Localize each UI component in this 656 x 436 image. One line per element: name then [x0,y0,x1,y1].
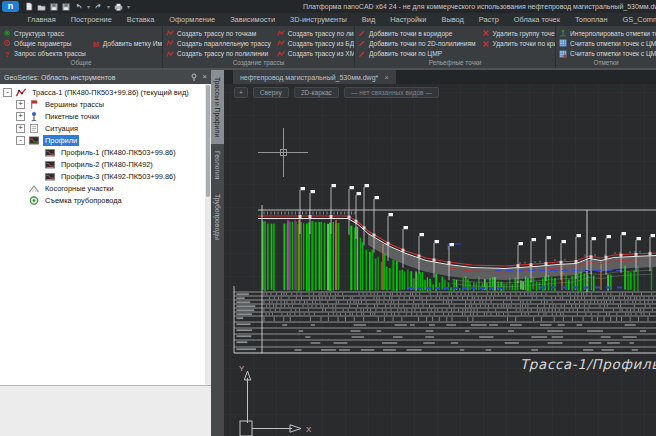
ribbon-tab-oblaka[interactable]: Облака точек [506,13,567,26]
ribbon-tab-bar: Главная Построение Вставка Оформление За… [0,13,656,26]
tree-node-slope-sections[interactable]: Косогорные участки [0,182,211,194]
save-all-icon[interactable] [62,3,70,11]
ribbon: Структура трасс Общие параметры Запрос о… [0,26,656,70]
tree-node-picket-points[interactable]: + Пикетные точки [0,110,211,122]
ribbon-tab-gs-common[interactable]: GS_Common [615,13,656,26]
gear-icon [3,39,11,47]
ribbon-tab-3d[interactable]: 3D-инструменты [283,13,355,26]
print-icon[interactable] [114,3,123,11]
undo-dropdown-icon[interactable]: ▾ [87,4,90,10]
vertices-icon [28,99,40,110]
add-viewport-button[interactable]: + [234,87,248,98]
ribbon-tab-postroenie[interactable]: Построение [63,13,119,26]
route-object-query-button[interactable]: Запрос объекта трассы [3,49,86,59]
save-icon[interactable] [50,3,58,11]
ribbon-tab-topoplan[interactable]: Топоплан [567,13,615,26]
dem-grid-icon [559,39,567,47]
side-tab-routes-profiles[interactable]: Трассы и Профили [211,70,224,144]
ribbon-group-route-creation: Создать трассу по точкам Создать паралле… [163,26,355,68]
tree-node-profile-1[interactable]: Профиль-1 (ПК480-ПК503+99.86) [0,146,211,158]
dem-grid-auto-icon [559,50,567,58]
tree-scrollbar[interactable] [205,84,211,385]
ribbon-group-label-route-creation: Создание трассы [163,59,354,68]
redo-dropdown-icon[interactable]: ▾ [107,4,110,10]
expand-icon[interactable]: + [16,100,25,109]
read-elevations-from-dem-auto-button[interactable]: Считать отметки точек с ЦМР авто [559,49,656,59]
nanocad-logo-icon: n [2,1,19,12]
route-tree: - Трасса-1 (ПК480-ПК503+99.86) (текущий … [0,84,211,385]
ribbon-tab-rastr[interactable]: Растр [471,13,506,26]
create-route-by-profile-line-button[interactable]: Создать трассу по линии профиля [277,28,355,38]
pin-icon[interactable] [190,73,198,81]
ribbon-group-relief-points: Добавить точки в коридоре Добавить точки… [355,26,556,68]
route-icon [15,87,27,98]
tree-node-profile-2[interactable]: Профиль-2 (ПК480-ПК492) [0,158,211,170]
side-tab-geology[interactable]: Геология [211,144,224,186]
ribbon-tab-vid[interactable]: Вид [354,13,382,26]
pencil-icon [358,29,366,37]
ribbon-tab-zavisimosti[interactable]: Зависимости [223,13,283,26]
collapse-icon[interactable]: - [16,136,25,145]
create-route-by-points-button[interactable]: Создать трассу по точкам [166,28,271,38]
label-m-icon [92,40,100,48]
quick-access-toolbar: ▾ ▾ ▾ [25,2,130,11]
add-route-name-label-button[interactable]: Добавить метку Имя трассы [92,38,163,49]
ribbon-group-elevations: Интерполировать отметки точек Считать от… [556,26,656,68]
new-file-icon[interactable] [25,2,33,11]
qat-customize-icon[interactable]: ▾ [127,4,130,10]
ribbon-tab-oformlenie[interactable]: Оформление [162,13,223,26]
read-elevations-from-dem-button[interactable]: Считать отметки точек с ЦМР [559,38,656,48]
delete-points-by-criteria-button[interactable]: Удалить точки по критериям [482,39,556,50]
tree-node-pipeline-survey[interactable]: Съемка трубопровода [0,194,211,206]
panel-side-tabs: Трассы и Профили Геология Трубопроводы [211,70,224,436]
expand-icon[interactable]: + [16,112,25,121]
tree-node-profile-3[interactable]: Профиль-3 (ПК492-ПК503+99.86) [0,170,211,182]
ribbon-tab-glavnaya[interactable]: Главная [20,13,63,26]
expand-icon[interactable]: + [16,124,25,133]
tree-node-route-root[interactable]: - Трасса-1 (ПК480-ПК503+99.86) (текущий … [0,86,211,98]
profile-icon [44,171,56,182]
interpolate-point-elevations-button[interactable]: Интерполировать отметки точек [559,28,656,38]
pencil-icon [358,39,366,47]
route-structure-button[interactable]: Структура трасс [3,28,86,38]
collapse-icon[interactable]: - [3,88,12,97]
add-points-by-2d-polylines-button[interactable]: Добавить точки по 2D-полилиниям [358,38,476,48]
drawing-canvas[interactable]: Трасса-1/Профиль-1 Y X нефтепровод магис… [224,70,656,436]
document-tab[interactable]: нефтепровод магистральный_530мм.dwg* × [233,70,396,84]
close-document-icon[interactable]: × [384,73,389,82]
ribbon-tab-vstavka[interactable]: Вставка [119,13,161,26]
picket-icon [28,111,40,122]
redo-icon[interactable] [94,3,103,10]
create-route-from-xml-button[interactable]: Создать трассу из XML-файла [277,49,355,59]
tree-node-profiles[interactable]: - Профили [0,134,211,146]
undo-icon[interactable] [74,3,83,10]
route-icon [166,50,174,58]
linked-views-button[interactable]: — нет связанных видов — [344,87,439,98]
add-points-by-dem-button[interactable]: Добавить точки по ЦМР [358,49,476,59]
create-route-from-db-button[interactable]: Создать трассу из БД проекта [277,38,355,48]
delete-icon [482,29,490,37]
route-icon [277,50,285,58]
tree-node-situation[interactable]: + Ситуация [0,122,211,134]
tool-panel: GeoSeries: Область инструментов × - Трас… [0,70,211,436]
profiles-icon [28,135,40,146]
tool-panel-header: GeoSeries: Область инструментов × [0,70,211,84]
scrollbar-thumb[interactable] [206,85,210,197]
open-file-icon[interactable] [37,3,46,11]
ribbon-tab-vyvod[interactable]: Вывод [434,13,471,26]
common-parameters-button[interactable]: Общие параметры [3,38,86,48]
create-route-by-polyline-button[interactable]: Создать трассу по полилинии [166,49,271,59]
route-icon [277,39,285,47]
route-structure-icon [3,29,11,37]
tree-node-route-vertices[interactable]: + Вершины трассы [0,98,211,110]
close-icon[interactable]: × [202,73,207,81]
profile-view-label: Трасса-1/Профиль-1 [520,356,656,372]
add-points-in-corridor-button[interactable]: Добавить точки в коридоре [358,28,476,38]
visual-style-button[interactable]: 2D-каркас [294,87,339,98]
view-direction-button[interactable]: Сверху [253,87,289,98]
delete-point-group-button[interactable]: Удалить группу точек [482,28,556,39]
side-tab-pipelines[interactable]: Трубопроводы [211,187,224,247]
ribbon-tab-nastroiki[interactable]: Настройки [383,13,434,26]
create-parallel-route-button[interactable]: Создать параллельную трассу [166,38,271,48]
profile-drawing[interactable]: Трасса-1/Профиль-1 Y X [224,70,656,436]
